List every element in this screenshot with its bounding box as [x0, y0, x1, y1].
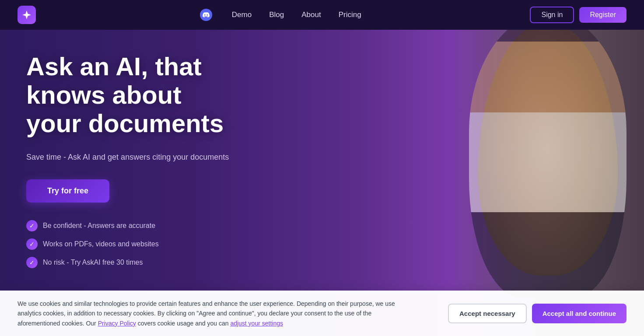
logo[interactable] — [18, 6, 36, 24]
hero-subtitle: Save time - Ask AI and get answers citin… — [26, 151, 267, 164]
hero-section: Ask an AI, that knows about your documen… — [0, 0, 644, 336]
feature-accurate: ✓ Be confident - Answers are accurate — [26, 220, 280, 231]
privacy-policy-link[interactable]: Privacy Policy — [98, 320, 136, 327]
nav-about[interactable]: About — [294, 7, 328, 23]
accept-necessary-button[interactable]: Accept necessary — [448, 304, 527, 323]
features-list: ✓ Be confident - Answers are accurate ✓ … — [26, 220, 280, 268]
adjust-settings-link[interactable]: adjust your settings — [230, 320, 283, 327]
hero-title: Ask an AI, that knows about your documen… — [26, 52, 280, 138]
logo-icon — [18, 6, 36, 24]
check-icon-accurate: ✓ — [26, 220, 38, 231]
discord-icon — [200, 9, 212, 21]
nav-demo[interactable]: Demo — [225, 7, 259, 23]
feature-risk-text: No risk - Try AskAI free 30 times — [43, 259, 143, 266]
nav-blog[interactable]: Blog — [262, 7, 291, 23]
check-icon-pdfs: ✓ — [26, 238, 38, 250]
feature-pdfs-text: Works on PDFs, videos and websites — [43, 240, 159, 248]
hero-content: Ask an AI, that knows about your documen… — [0, 0, 306, 294]
hero-person-image — [270, 0, 644, 336]
check-icon-risk: ✓ — [26, 257, 38, 268]
navbar: Demo Blog About Pricing Sign in Register — [0, 0, 644, 30]
feature-risk: ✓ No risk - Try AskAI free 30 times — [26, 257, 280, 268]
nav-pricing[interactable]: Pricing — [332, 7, 368, 23]
cookie-text: We use cookies and similar technologies … — [18, 299, 411, 328]
cookie-banner: We use cookies and similar technologies … — [0, 290, 644, 336]
discord-link[interactable] — [198, 7, 214, 23]
accept-all-button[interactable]: Accept all and continue — [532, 304, 626, 323]
feature-pdfs: ✓ Works on PDFs, videos and websites — [26, 238, 280, 250]
signin-button[interactable]: Sign in — [530, 7, 574, 23]
feature-accurate-text: Be confident - Answers are accurate — [43, 222, 155, 230]
nav-buttons: Sign in Register — [530, 7, 626, 23]
register-button[interactable]: Register — [579, 7, 626, 23]
cookie-buttons: Accept necessary Accept all and continue — [448, 304, 626, 323]
try-free-button[interactable]: Try for free — [26, 179, 109, 203]
nav-links: Demo Blog About Pricing — [198, 7, 368, 23]
